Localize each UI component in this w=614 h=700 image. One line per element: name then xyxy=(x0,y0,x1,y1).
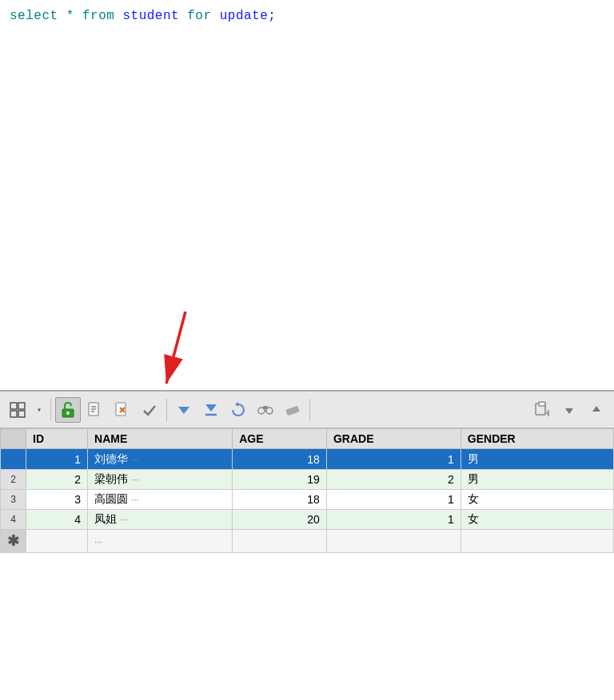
row-number: 2 xyxy=(1,470,26,490)
cell-gender: 女 xyxy=(460,510,613,530)
svg-marker-29 xyxy=(565,408,573,414)
erase-button[interactable] xyxy=(280,397,305,423)
export-button[interactable] xyxy=(529,397,555,423)
col-id[interactable]: ID xyxy=(26,429,88,449)
erase-icon xyxy=(284,401,301,419)
delete-row-icon xyxy=(114,401,131,419)
svg-marker-16 xyxy=(178,407,189,414)
new-cell-grade xyxy=(326,530,460,553)
svg-rect-23 xyxy=(263,406,268,409)
separator-3 xyxy=(309,399,310,421)
svg-rect-26 xyxy=(539,402,545,406)
table-row[interactable]: 2 2 梁朝伟 ··· 19 2 男 xyxy=(1,470,614,490)
separator-1 xyxy=(50,399,51,421)
svg-rect-3 xyxy=(18,403,25,409)
svg-rect-24 xyxy=(285,405,300,416)
cell-id: 3 xyxy=(26,490,88,510)
svg-point-7 xyxy=(66,412,70,415)
cell-id: 4 xyxy=(26,510,88,530)
cell-name: 梁朝伟 ··· xyxy=(88,470,233,490)
sql-editor[interactable]: select * from student for update; xyxy=(0,0,614,392)
page-prev-icon xyxy=(563,404,576,416)
cell-name: 刘德华 ··· xyxy=(88,449,233,470)
move-down-button[interactable] xyxy=(171,397,197,423)
svg-rect-2 xyxy=(10,403,17,409)
col-age[interactable]: AGE xyxy=(233,429,327,449)
refresh-button[interactable] xyxy=(225,397,251,423)
sql-keyword-select: select xyxy=(10,9,58,23)
checkmark-icon xyxy=(141,401,158,419)
apply-button[interactable] xyxy=(137,397,162,423)
table-row[interactable]: ▶ 1 刘德华 ··· 18 1 男 xyxy=(1,449,614,470)
page-next-icon xyxy=(590,404,603,416)
svg-marker-19 xyxy=(235,402,238,407)
cell-gender: 女 xyxy=(460,490,613,510)
search-button[interactable] xyxy=(253,397,278,423)
cell-name: 高圆圆 ··· xyxy=(88,490,233,510)
data-table-area: ID NAME AGE GRADE GENDER ▶ 1 刘德华 ··· 18 … xyxy=(0,428,614,553)
cell-gender: 男 xyxy=(460,470,613,490)
move-bottom-button[interactable] xyxy=(198,397,224,423)
svg-line-1 xyxy=(166,312,185,384)
lock-open-icon xyxy=(59,401,77,419)
delete-row-button[interactable] xyxy=(110,397,135,423)
binoculars-icon xyxy=(257,401,274,419)
cell-age: 19 xyxy=(233,470,327,490)
svg-rect-4 xyxy=(10,411,17,417)
cell-gender: 男 xyxy=(460,449,613,470)
pagination-area xyxy=(529,397,609,423)
sql-line: select * from student for update; xyxy=(10,6,604,27)
svg-rect-5 xyxy=(18,411,25,417)
new-cell-name: ··· xyxy=(88,530,233,553)
lock-open-button[interactable] xyxy=(55,397,81,423)
sql-table-name: student xyxy=(122,9,187,23)
table-header-row: ID NAME AGE GRADE GENDER xyxy=(1,429,614,449)
data-table: ID NAME AGE GRADE GENDER ▶ 1 刘德华 ··· 18 … xyxy=(0,428,614,553)
grid-icon xyxy=(10,402,26,418)
table-new-row[interactable]: ✱ ··· xyxy=(1,530,614,553)
col-indicator xyxy=(1,429,26,449)
cell-age: 20 xyxy=(233,510,327,530)
new-row-icon xyxy=(86,401,104,419)
cell-id: 2 xyxy=(26,470,88,490)
cell-grade: 1 xyxy=(326,449,460,470)
row-indicator: ▶ xyxy=(1,449,26,470)
toolbar: ▾ xyxy=(0,392,614,428)
new-cell-gender xyxy=(460,530,613,553)
move-bottom-icon xyxy=(202,401,220,419)
page-prev-button[interactable] xyxy=(556,397,582,423)
new-row-indicator: ✱ xyxy=(1,530,26,553)
new-cell-id xyxy=(26,530,88,553)
new-row-button[interactable] xyxy=(82,397,108,423)
table-row[interactable]: 4 4 凤姐 ··· 20 1 女 xyxy=(1,510,614,530)
red-arrow-icon xyxy=(152,308,208,396)
grid-dropdown[interactable]: ▾ xyxy=(32,397,46,423)
col-grade[interactable]: GRADE xyxy=(326,429,460,449)
cell-name: 凤姐 ··· xyxy=(88,510,233,530)
page-next-button[interactable] xyxy=(584,397,609,423)
cell-id: 1 xyxy=(26,449,88,470)
sql-keyword-from: from xyxy=(82,9,114,23)
separator-2 xyxy=(166,399,167,421)
cell-grade: 2 xyxy=(326,470,460,490)
cell-grade: 1 xyxy=(326,510,460,530)
col-gender[interactable]: GENDER xyxy=(460,429,613,449)
move-down-icon xyxy=(175,401,193,419)
sql-star: * xyxy=(66,9,82,23)
table-row[interactable]: 3 3 高圆圆 ··· 18 1 女 xyxy=(1,490,614,510)
grid-button[interactable] xyxy=(5,397,30,423)
export-icon xyxy=(533,401,551,419)
cell-grade: 1 xyxy=(326,490,460,510)
refresh-icon xyxy=(229,401,247,419)
cell-age: 18 xyxy=(233,449,327,470)
sql-keyword-update: update; xyxy=(220,9,277,23)
cell-age: 18 xyxy=(233,490,327,510)
sql-keyword-for: for xyxy=(187,9,211,23)
svg-marker-17 xyxy=(205,404,217,412)
new-cell-age xyxy=(233,530,327,553)
row-number: 3 xyxy=(1,490,26,510)
svg-marker-30 xyxy=(592,406,600,412)
row-number: 4 xyxy=(1,510,26,530)
col-name[interactable]: NAME xyxy=(88,429,233,449)
